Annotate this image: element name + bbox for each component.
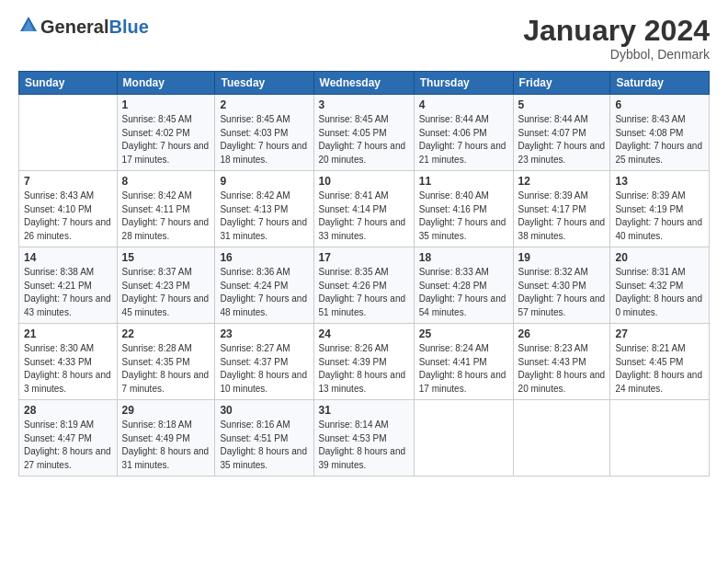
day-cell: 21Sunrise: 8:30 AMSunset: 4:33 PMDayligh… <box>19 324 118 400</box>
day-number: 2 <box>220 98 308 111</box>
day-info: Sunrise: 8:32 AMSunset: 4:30 PMDaylight:… <box>518 266 606 319</box>
day-info: Sunrise: 8:21 AMSunset: 4:45 PMDaylight:… <box>615 342 704 396</box>
day-number: 14 <box>24 251 112 264</box>
day-number: 23 <box>220 327 308 340</box>
calendar-page: GeneralBlue January 2024 Dybbol, Denmark… <box>0 0 728 563</box>
logo: GeneralBlue <box>18 15 149 37</box>
day-cell: 8Sunrise: 8:42 AMSunset: 4:11 PMDaylight… <box>117 171 215 247</box>
day-info: Sunrise: 8:41 AMSunset: 4:14 PMDaylight:… <box>319 190 409 243</box>
header: GeneralBlue January 2024 Dybbol, Denmark <box>18 15 710 62</box>
day-number: 22 <box>122 327 210 340</box>
day-info: Sunrise: 8:39 AMSunset: 4:19 PMDaylight:… <box>615 190 704 243</box>
day-cell: 6Sunrise: 8:43 AMSunset: 4:08 PMDaylight… <box>610 95 710 171</box>
day-number: 19 <box>518 251 606 264</box>
day-cell: 29Sunrise: 8:18 AMSunset: 4:49 PMDayligh… <box>117 400 215 477</box>
day-info: Sunrise: 8:16 AMSunset: 4:51 PMDaylight:… <box>220 419 308 472</box>
col-header-monday: Monday <box>117 72 215 95</box>
col-header-wednesday: Wednesday <box>313 72 414 95</box>
day-info: Sunrise: 8:45 AMSunset: 4:02 PMDaylight:… <box>122 113 210 167</box>
day-cell: 17Sunrise: 8:35 AMSunset: 4:26 PMDayligh… <box>313 247 414 324</box>
day-cell <box>19 95 118 171</box>
day-cell: 25Sunrise: 8:24 AMSunset: 4:41 PMDayligh… <box>414 324 513 400</box>
week-row-3: 21Sunrise: 8:30 AMSunset: 4:33 PMDayligh… <box>19 324 710 400</box>
day-cell: 31Sunrise: 8:14 AMSunset: 4:53 PMDayligh… <box>313 400 414 477</box>
col-header-sunday: Sunday <box>19 72 118 95</box>
logo-icon <box>18 15 39 35</box>
day-number: 11 <box>419 175 508 188</box>
day-number: 27 <box>615 327 704 340</box>
day-info: Sunrise: 8:31 AMSunset: 4:32 PMDaylight:… <box>615 266 704 319</box>
day-cell: 9Sunrise: 8:42 AMSunset: 4:13 PMDaylight… <box>215 171 313 247</box>
day-cell: 27Sunrise: 8:21 AMSunset: 4:45 PMDayligh… <box>610 324 710 400</box>
day-number: 25 <box>419 327 508 340</box>
day-cell: 20Sunrise: 8:31 AMSunset: 4:32 PMDayligh… <box>610 247 710 324</box>
week-row-0: 1Sunrise: 8:45 AMSunset: 4:02 PMDaylight… <box>19 95 710 171</box>
day-number: 12 <box>518 175 606 188</box>
day-info: Sunrise: 8:45 AMSunset: 4:05 PMDaylight:… <box>319 113 409 167</box>
day-number: 6 <box>615 98 704 111</box>
day-cell: 1Sunrise: 8:45 AMSunset: 4:02 PMDaylight… <box>117 95 215 171</box>
day-number: 1 <box>122 98 210 111</box>
day-cell: 2Sunrise: 8:45 AMSunset: 4:03 PMDaylight… <box>215 95 313 171</box>
day-cell: 13Sunrise: 8:39 AMSunset: 4:19 PMDayligh… <box>610 171 710 247</box>
day-info: Sunrise: 8:38 AMSunset: 4:21 PMDaylight:… <box>24 266 112 319</box>
day-number: 10 <box>319 175 409 188</box>
day-number: 9 <box>220 175 308 188</box>
day-info: Sunrise: 8:14 AMSunset: 4:53 PMDaylight:… <box>319 419 409 472</box>
day-cell: 26Sunrise: 8:23 AMSunset: 4:43 PMDayligh… <box>513 324 610 400</box>
day-info: Sunrise: 8:44 AMSunset: 4:07 PMDaylight:… <box>518 113 606 167</box>
day-info: Sunrise: 8:23 AMSunset: 4:43 PMDaylight:… <box>518 342 606 396</box>
day-info: Sunrise: 8:40 AMSunset: 4:16 PMDaylight:… <box>419 190 508 243</box>
day-number: 13 <box>615 175 704 188</box>
day-cell: 18Sunrise: 8:33 AMSunset: 4:28 PMDayligh… <box>414 247 513 324</box>
day-number: 20 <box>615 251 704 264</box>
day-info: Sunrise: 8:35 AMSunset: 4:26 PMDaylight:… <box>319 266 409 319</box>
day-cell: 15Sunrise: 8:37 AMSunset: 4:23 PMDayligh… <box>117 247 215 324</box>
day-info: Sunrise: 8:30 AMSunset: 4:33 PMDaylight:… <box>24 342 112 396</box>
day-cell: 19Sunrise: 8:32 AMSunset: 4:30 PMDayligh… <box>513 247 610 324</box>
day-info: Sunrise: 8:18 AMSunset: 4:49 PMDaylight:… <box>122 419 210 472</box>
day-cell: 23Sunrise: 8:27 AMSunset: 4:37 PMDayligh… <box>215 324 313 400</box>
day-cell: 22Sunrise: 8:28 AMSunset: 4:35 PMDayligh… <box>117 324 215 400</box>
calendar-title: January 2024 <box>523 15 710 47</box>
day-info: Sunrise: 8:36 AMSunset: 4:24 PMDaylight:… <box>220 266 308 319</box>
day-number: 26 <box>518 327 606 340</box>
day-number: 24 <box>319 327 409 340</box>
day-cell: 7Sunrise: 8:43 AMSunset: 4:10 PMDaylight… <box>19 171 118 247</box>
day-cell: 24Sunrise: 8:26 AMSunset: 4:39 PMDayligh… <box>313 324 414 400</box>
day-info: Sunrise: 8:43 AMSunset: 4:08 PMDaylight:… <box>615 113 704 167</box>
day-number: 21 <box>24 327 112 340</box>
day-cell <box>414 400 513 477</box>
day-number: 7 <box>24 175 112 188</box>
day-cell: 16Sunrise: 8:36 AMSunset: 4:24 PMDayligh… <box>215 247 313 324</box>
day-cell: 14Sunrise: 8:38 AMSunset: 4:21 PMDayligh… <box>19 247 118 324</box>
week-row-1: 7Sunrise: 8:43 AMSunset: 4:10 PMDaylight… <box>19 171 710 247</box>
day-number: 8 <box>122 175 210 188</box>
day-cell: 30Sunrise: 8:16 AMSunset: 4:51 PMDayligh… <box>215 400 313 477</box>
day-info: Sunrise: 8:42 AMSunset: 4:13 PMDaylight:… <box>220 190 308 243</box>
day-info: Sunrise: 8:26 AMSunset: 4:39 PMDaylight:… <box>319 342 409 396</box>
day-number: 31 <box>319 404 409 417</box>
day-info: Sunrise: 8:19 AMSunset: 4:47 PMDaylight:… <box>24 419 112 472</box>
day-cell: 12Sunrise: 8:39 AMSunset: 4:17 PMDayligh… <box>513 171 610 247</box>
day-info: Sunrise: 8:24 AMSunset: 4:41 PMDaylight:… <box>419 342 508 396</box>
day-info: Sunrise: 8:44 AMSunset: 4:06 PMDaylight:… <box>419 113 508 167</box>
day-cell: 5Sunrise: 8:44 AMSunset: 4:07 PMDaylight… <box>513 95 610 171</box>
col-header-thursday: Thursday <box>414 72 513 95</box>
day-cell: 10Sunrise: 8:41 AMSunset: 4:14 PMDayligh… <box>313 171 414 247</box>
day-number: 15 <box>122 251 210 264</box>
day-info: Sunrise: 8:42 AMSunset: 4:11 PMDaylight:… <box>122 190 210 243</box>
day-number: 16 <box>220 251 308 264</box>
col-header-friday: Friday <box>513 72 610 95</box>
header-row: SundayMondayTuesdayWednesdayThursdayFrid… <box>19 72 710 95</box>
calendar-table: SundayMondayTuesdayWednesdayThursdayFrid… <box>18 71 710 477</box>
day-number: 18 <box>419 251 508 264</box>
week-row-2: 14Sunrise: 8:38 AMSunset: 4:21 PMDayligh… <box>19 247 710 324</box>
day-number: 28 <box>24 404 112 417</box>
day-number: 29 <box>122 404 210 417</box>
col-header-saturday: Saturday <box>610 72 710 95</box>
week-row-4: 28Sunrise: 8:19 AMSunset: 4:47 PMDayligh… <box>19 400 710 477</box>
day-info: Sunrise: 8:43 AMSunset: 4:10 PMDaylight:… <box>24 190 112 243</box>
day-info: Sunrise: 8:27 AMSunset: 4:37 PMDaylight:… <box>220 342 308 396</box>
calendar-subtitle: Dybbol, Denmark <box>523 47 710 62</box>
